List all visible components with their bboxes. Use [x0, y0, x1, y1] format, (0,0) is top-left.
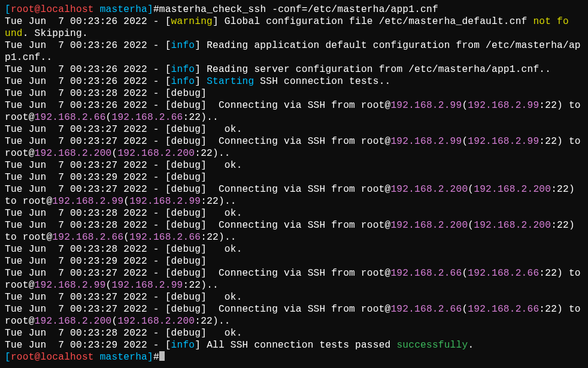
info-tag: info: [171, 340, 195, 351]
paren: (: [462, 304, 468, 315]
ip-address: 192.168.2.66: [111, 112, 183, 123]
prompt-host: localhost: [41, 352, 94, 363]
cursor-icon: [159, 351, 165, 361]
ip-address: 192.168.2.66: [35, 112, 106, 123]
timestamp: Tue Jun 7 00:23:29 2022 -: [5, 172, 165, 183]
prompt-at: @: [35, 4, 41, 15]
ip-address: 192.168.2.200: [117, 316, 195, 327]
ip-address: 192.168.2.66: [468, 304, 539, 315]
log-line: Tue Jun 7 00:23:27 2022 - [debug] Connec…: [5, 184, 581, 207]
port: :22): [539, 304, 563, 315]
debug-tag: [debug]: [165, 124, 213, 135]
prompt-hash: #: [153, 352, 159, 363]
debug-tag: [debug]: [165, 160, 213, 171]
debug-tag: [debug]: [165, 244, 213, 255]
message: .: [468, 340, 474, 351]
debug-tag: [debug]: [165, 292, 213, 303]
log-line: und. Skipping.: [5, 28, 88, 39]
debug-tag: [debug]: [165, 256, 213, 267]
timestamp: Tue Jun 7 00:23:28 2022 -: [5, 208, 165, 219]
debug-tag: [debug]: [165, 136, 213, 147]
prompt-cwd: masterha: [100, 4, 147, 15]
ip-address: 192.168.2.99: [390, 100, 462, 111]
starting: Starting: [207, 76, 254, 87]
timestamp: Tue Jun 7 00:23:26 2022 -: [5, 100, 165, 111]
prompt-at: @: [35, 352, 41, 363]
timestamp: Tue Jun 7 00:23:28 2022 -: [5, 88, 165, 99]
log-line: Tue Jun 7 00:23:29 2022 - [debug]: [5, 256, 213, 267]
info-tag: info: [171, 40, 195, 51]
terminal-output: [root@localhost masterha]#masterha_check…: [0, 0, 588, 366]
ip-address: 192.168.2.200: [35, 148, 112, 159]
bracket-close: ]: [147, 4, 153, 15]
bracket-open: [: [5, 4, 11, 15]
port: :22): [539, 136, 563, 147]
bracket-close: ]: [147, 352, 153, 363]
log-line: Tue Jun 7 00:23:29 2022 - [info] All SSH…: [5, 340, 474, 351]
message: Connecting via SSH from root@: [213, 136, 390, 147]
ip-address: 192.168.2.200: [35, 316, 112, 327]
message: Connecting via SSH from root@: [213, 184, 390, 195]
timestamp: Tue Jun 7 00:23:27 2022 -: [5, 268, 165, 279]
prompt-hash: #: [153, 4, 159, 15]
timestamp: Tue Jun 7 00:23:26 2022 -: [5, 16, 165, 27]
ip-address: 192.168.2.200: [390, 220, 468, 231]
port: :22)..: [201, 232, 237, 243]
bracket: [: [165, 340, 171, 351]
ip-address: 192.168.2.99: [129, 196, 201, 207]
paren: (: [123, 232, 129, 243]
log-line: Tue Jun 7 00:23:27 2022 - [debug] ok.: [5, 124, 243, 135]
ip-address: 192.168.2.99: [390, 136, 462, 147]
port: :22)..: [195, 316, 231, 327]
successfully: successfully: [396, 340, 468, 351]
debug-tag: [debug]: [165, 328, 213, 339]
info-tag: info: [171, 64, 195, 75]
debug-tag: [debug]: [165, 268, 213, 279]
paren: (: [468, 220, 474, 231]
prompt-line-2[interactable]: [root@localhost masterha]#: [5, 352, 165, 363]
log-line: Tue Jun 7 00:23:26 2022 - [info] Reading…: [5, 40, 581, 63]
ok: ok.: [213, 124, 243, 135]
ip-address: 192.168.2.66: [390, 268, 462, 279]
timestamp: Tue Jun 7 00:23:28 2022 -: [5, 220, 165, 231]
ok: ok.: [213, 292, 243, 303]
bracket: [: [165, 16, 171, 27]
log-line: Tue Jun 7 00:23:26 2022 - [warning] Glob…: [5, 16, 569, 27]
timestamp: Tue Jun 7 00:23:29 2022 -: [5, 256, 165, 267]
debug-tag: [debug]: [165, 88, 213, 99]
message: All SSH connection tests passed: [207, 340, 396, 351]
paren: (: [468, 184, 474, 195]
debug-tag: [debug]: [165, 184, 213, 195]
message: Global configuration file /etc/masterha_…: [225, 16, 534, 27]
ip-address: 192.168.2.200: [474, 184, 551, 195]
paren: (: [106, 280, 112, 291]
prompt-cwd: masterha: [100, 352, 147, 363]
log-line: Tue Jun 7 00:23:27 2022 - [debug] ok.: [5, 160, 243, 171]
bracket: ]: [195, 340, 207, 351]
ip-address: 192.168.2.99: [468, 136, 539, 147]
ok: ok.: [213, 160, 243, 171]
log-line: Tue Jun 7 00:23:28 2022 - [debug] ok.: [5, 328, 243, 339]
command-text[interactable]: masterha_check_ssh -conf=/etc/masterha/a…: [159, 4, 438, 15]
timestamp: Tue Jun 7 00:23:26 2022 -: [5, 76, 165, 87]
notfound: not fo: [533, 16, 569, 27]
message: Connecting via SSH from root@: [213, 100, 390, 111]
log-line: Tue Jun 7 00:23:27 2022 - [debug] Connec…: [5, 304, 587, 327]
bracket: ]: [195, 40, 207, 51]
message: Connecting via SSH from root@: [213, 268, 390, 279]
timestamp: Tue Jun 7 00:23:26 2022 -: [5, 40, 165, 51]
log-line: Tue Jun 7 00:23:26 2022 - [debug] Connec…: [5, 100, 587, 123]
prompt-space: [94, 352, 100, 363]
ip-address: 192.168.2.66: [129, 232, 201, 243]
port: :22): [551, 220, 575, 231]
prompt-host: localhost: [41, 4, 94, 15]
notfound: und: [5, 28, 23, 39]
bracket: ]: [195, 64, 207, 75]
ip-address: 192.168.2.200: [390, 184, 468, 195]
timestamp: Tue Jun 7 00:23:27 2022 -: [5, 124, 165, 135]
prompt-line-1: [root@localhost masterha]#masterha_check…: [5, 4, 438, 15]
message: . Skipping.: [23, 28, 88, 39]
paren: (: [462, 268, 468, 279]
log-line: Tue Jun 7 00:23:28 2022 - [debug] Connec…: [5, 220, 581, 243]
ip-address: 192.168.2.99: [35, 280, 106, 291]
